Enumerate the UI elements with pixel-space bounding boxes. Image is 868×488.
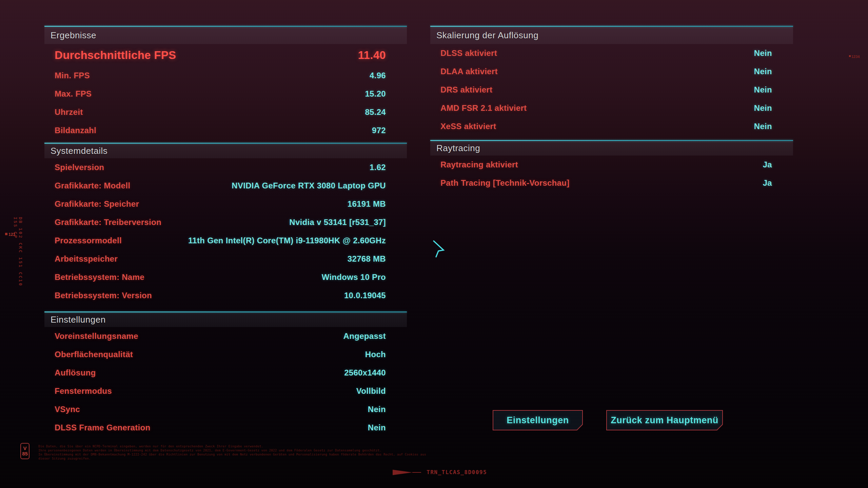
marker-square-icon xyxy=(849,55,851,57)
row-label: DLAA aktiviert xyxy=(440,67,498,76)
row-label: Voreinstellungsname xyxy=(55,331,138,341)
row-value: Hoch xyxy=(365,350,386,359)
row-value: Nein xyxy=(368,423,386,432)
setting-row-dlss-frame-generation: DLSS Frame Generation Nein xyxy=(44,419,407,437)
section-title-text: Ergebnisse xyxy=(51,30,96,41)
row-label: XeSS aktiviert xyxy=(440,122,496,131)
row-value: Nein xyxy=(754,67,772,76)
back-to-main-menu-button[interactable]: Zurück zum Hauptmenü xyxy=(606,410,723,430)
row-value: 868x488 xyxy=(344,368,386,378)
row-value: Nein xyxy=(368,405,386,414)
left-marker-decal: 123 xyxy=(5,232,15,237)
section-title: Raytracing xyxy=(430,141,793,156)
row-value: 10.0.19045 xyxy=(344,291,386,300)
legal-line: dieser Sitzung zuzugreifen. xyxy=(38,456,426,461)
transmission-id: TRN_TLCAS_8D0095 xyxy=(427,469,487,475)
marker-text: 123 xyxy=(8,232,15,237)
row-value: 11th Gen Intel(R) Core(TM) i9-11980HK @ … xyxy=(188,236,386,245)
scaling-row-drs: DRS aktiviert Nein xyxy=(430,81,793,99)
marker-text: 1234 xyxy=(851,55,860,59)
row-label: DLSS Frame Generation xyxy=(55,423,150,432)
row-value: 85.24 xyxy=(365,107,386,117)
row-label: VSync xyxy=(55,405,80,414)
row-label: Arbeitsspeicher xyxy=(55,254,118,264)
setting-row-resolution: Auflösung 868x488 xyxy=(44,364,407,382)
benchmark-results-screen: Ergebnisse Durchschnittliche FPS 11.40 M… xyxy=(0,0,868,488)
row-label: Grafikkarte: Speicher xyxy=(55,199,139,209)
setting-row-vsync: VSync Nein xyxy=(44,400,407,419)
row-value: 4.96 xyxy=(370,71,386,80)
right-marker-decal: 1234 xyxy=(849,55,860,59)
section-einstellungen: Einstellungen Voreinstellungsname Angepa… xyxy=(44,311,407,437)
row-label: Max. FPS xyxy=(55,89,92,99)
left-column: Ergebnisse Durchschnittliche FPS 11.40 M… xyxy=(44,26,407,437)
row-value: Angepasst xyxy=(343,331,386,341)
system-row-os-name: Betriebssystem: Name Windows 10 Pro xyxy=(44,268,407,286)
system-row-cpu-model: Prozessormodell 11th Gen Intel(R) Core(T… xyxy=(44,231,407,250)
row-value: Nein xyxy=(754,48,772,58)
v85-badge-bottom: 85 xyxy=(22,451,28,456)
row-label: Oberflächenqualität xyxy=(55,350,133,359)
settings-button[interactable]: Einstellungen xyxy=(493,410,583,430)
row-value: 11.40 xyxy=(358,49,386,62)
section-title-text: Skalierung der Auflösung xyxy=(436,30,538,41)
section-title-text: Einstellungen xyxy=(51,314,106,325)
scaling-row-dlss: DLSS aktiviert Nein xyxy=(430,44,793,62)
row-label: Durchschnittliche FPS xyxy=(55,49,176,62)
setting-row-preset-name: Voreinstellungsname Angepasst xyxy=(44,327,407,345)
cursor-arrow-icon xyxy=(431,240,446,259)
section-title-text: Systemdetails xyxy=(51,146,107,156)
raytracing-row-path-tracing: Path Tracing [Technik-Vorschau] Ja xyxy=(430,174,793,192)
row-value: 1.62 xyxy=(370,163,386,172)
system-row-game-version: Spielversion 1.62 xyxy=(44,158,407,177)
row-value: Nein xyxy=(754,122,772,131)
legal-line: Ihre personenbezogenen Daten werden in Ü… xyxy=(38,448,426,452)
legal-line: In Übereinstimmung mit der DMB-Bekanntma… xyxy=(38,452,426,456)
row-value: Windows 10 Pro xyxy=(322,272,386,282)
transmission-id-block: TRN_TLCAS_8D0095 xyxy=(393,469,487,475)
system-row-gpu-memory: Grafikkarte: Speicher 16191 MB xyxy=(44,195,407,213)
row-label: Bildanzahl xyxy=(55,126,96,135)
row-label: Betriebssystem: Name xyxy=(55,272,144,282)
section-raytracing: Raytracing Raytracing aktiviert Ja Path … xyxy=(430,140,793,192)
result-row-average-fps: Durchschnittliche FPS 11.40 xyxy=(44,44,407,66)
right-column: Skalierung der Auflösung DLSS aktiviert … xyxy=(430,26,793,192)
row-label: Uhrzeit xyxy=(55,107,83,117)
left-vertical-decal-text: DB 102 CKC 151 CC10 ISS CP xyxy=(13,217,23,288)
row-value: Nvidia v 53141 [r531_37] xyxy=(289,218,386,227)
row-value: 16191 MB xyxy=(348,199,386,209)
row-label: Path Tracing [Technik-Vorschau] xyxy=(440,178,569,188)
result-row-time: Uhrzeit 85.24 xyxy=(44,103,407,121)
row-label: DRS aktiviert xyxy=(440,85,492,95)
row-label: Betriebssystem: Version xyxy=(55,291,152,300)
transmission-dash xyxy=(412,472,421,473)
section-skalierung: Skalierung der Auflösung DLSS aktiviert … xyxy=(430,26,793,136)
row-value: 32768 MB xyxy=(348,254,386,264)
row-label: Prozessormodell xyxy=(55,236,122,245)
setting-row-window-mode: Fenstermodus Vollbild xyxy=(44,382,407,400)
row-value: 15.20 xyxy=(365,89,386,99)
section-title: Skalierung der Auflösung xyxy=(430,27,793,44)
section-title: Systemdetails xyxy=(44,144,407,158)
system-row-ram: Arbeitsspeicher 32768 MB xyxy=(44,250,407,268)
v85-badge-top: V xyxy=(23,446,26,451)
footer-legal-block: V 85 Die Daten, die Sie über ein NCPD-Te… xyxy=(20,443,426,461)
section-systemdetails: Systemdetails Spielversion 1.62 Grafikka… xyxy=(44,143,407,305)
system-row-gpu-model: Grafikkarte: Modell NVIDIA GeForce RTX 3… xyxy=(44,177,407,195)
section-title: Ergebnisse xyxy=(44,27,407,44)
v85-badge: V 85 xyxy=(20,443,29,459)
marker-square-icon xyxy=(5,233,7,235)
row-label: AMD FSR 2.1 aktiviert xyxy=(440,103,527,113)
row-label: Grafikkarte: Modell xyxy=(55,181,130,190)
result-row-min-fps: Min. FPS 4.96 xyxy=(44,66,407,85)
row-value: Nein xyxy=(754,103,772,113)
legal-line: Die Daten, die Sie über ein NCPD-Termina… xyxy=(38,444,426,448)
section-title: Einstellungen xyxy=(44,312,407,327)
row-label: DLSS aktiviert xyxy=(440,48,497,58)
back-to-main-menu-button-label: Zurück zum Hauptmenü xyxy=(607,411,722,430)
row-value: 972 xyxy=(372,126,386,135)
result-row-frame-count: Bildanzahl 972 xyxy=(44,121,407,140)
settings-button-label: Einstellungen xyxy=(493,411,582,430)
row-value: Vollbild xyxy=(356,386,386,396)
legal-text: Die Daten, die Sie über ein NCPD-Termina… xyxy=(38,444,426,461)
